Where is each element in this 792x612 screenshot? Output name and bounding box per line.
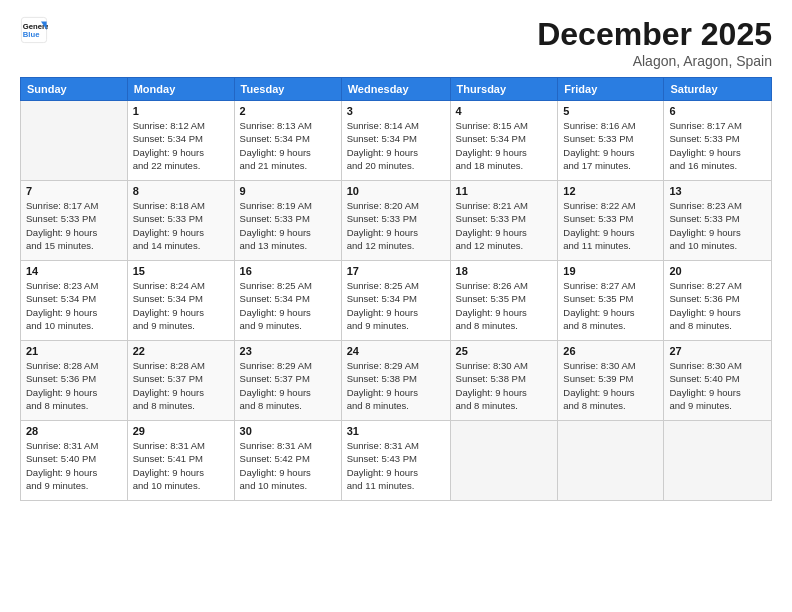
calendar-cell: 26Sunrise: 8:30 AM Sunset: 5:39 PM Dayli…	[558, 341, 664, 421]
calendar-cell: 3Sunrise: 8:14 AM Sunset: 5:34 PM Daylig…	[341, 101, 450, 181]
calendar-week: 14Sunrise: 8:23 AM Sunset: 5:34 PM Dayli…	[21, 261, 772, 341]
svg-text:Blue: Blue	[23, 30, 40, 39]
calendar-cell: 14Sunrise: 8:23 AM Sunset: 5:34 PM Dayli…	[21, 261, 128, 341]
day-info: Sunrise: 8:30 AM Sunset: 5:39 PM Dayligh…	[563, 359, 658, 412]
calendar-cell: 30Sunrise: 8:31 AM Sunset: 5:42 PM Dayli…	[234, 421, 341, 501]
day-number: 1	[133, 105, 229, 117]
calendar-cell: 23Sunrise: 8:29 AM Sunset: 5:37 PM Dayli…	[234, 341, 341, 421]
day-number: 20	[669, 265, 766, 277]
day-number: 30	[240, 425, 336, 437]
day-info: Sunrise: 8:26 AM Sunset: 5:35 PM Dayligh…	[456, 279, 553, 332]
day-info: Sunrise: 8:20 AM Sunset: 5:33 PM Dayligh…	[347, 199, 445, 252]
calendar: SundayMondayTuesdayWednesdayThursdayFrid…	[20, 77, 772, 501]
calendar-cell: 21Sunrise: 8:28 AM Sunset: 5:36 PM Dayli…	[21, 341, 128, 421]
month-title: December 2025	[537, 16, 772, 53]
day-number: 6	[669, 105, 766, 117]
day-info: Sunrise: 8:25 AM Sunset: 5:34 PM Dayligh…	[347, 279, 445, 332]
day-header: Sunday	[21, 78, 128, 101]
day-number: 29	[133, 425, 229, 437]
day-number: 22	[133, 345, 229, 357]
calendar-cell: 1Sunrise: 8:12 AM Sunset: 5:34 PM Daylig…	[127, 101, 234, 181]
day-number: 19	[563, 265, 658, 277]
day-header: Saturday	[664, 78, 772, 101]
calendar-cell: 24Sunrise: 8:29 AM Sunset: 5:38 PM Dayli…	[341, 341, 450, 421]
calendar-week: 1Sunrise: 8:12 AM Sunset: 5:34 PM Daylig…	[21, 101, 772, 181]
day-number: 24	[347, 345, 445, 357]
calendar-cell: 9Sunrise: 8:19 AM Sunset: 5:33 PM Daylig…	[234, 181, 341, 261]
day-info: Sunrise: 8:29 AM Sunset: 5:37 PM Dayligh…	[240, 359, 336, 412]
calendar-cell: 5Sunrise: 8:16 AM Sunset: 5:33 PM Daylig…	[558, 101, 664, 181]
calendar-cell: 20Sunrise: 8:27 AM Sunset: 5:36 PM Dayli…	[664, 261, 772, 341]
day-info: Sunrise: 8:15 AM Sunset: 5:34 PM Dayligh…	[456, 119, 553, 172]
day-info: Sunrise: 8:14 AM Sunset: 5:34 PM Dayligh…	[347, 119, 445, 172]
calendar-cell	[21, 101, 128, 181]
day-number: 3	[347, 105, 445, 117]
day-header: Tuesday	[234, 78, 341, 101]
day-number: 14	[26, 265, 122, 277]
calendar-cell: 29Sunrise: 8:31 AM Sunset: 5:41 PM Dayli…	[127, 421, 234, 501]
calendar-cell: 10Sunrise: 8:20 AM Sunset: 5:33 PM Dayli…	[341, 181, 450, 261]
calendar-cell: 8Sunrise: 8:18 AM Sunset: 5:33 PM Daylig…	[127, 181, 234, 261]
day-info: Sunrise: 8:19 AM Sunset: 5:33 PM Dayligh…	[240, 199, 336, 252]
calendar-cell: 6Sunrise: 8:17 AM Sunset: 5:33 PM Daylig…	[664, 101, 772, 181]
day-number: 21	[26, 345, 122, 357]
calendar-cell: 7Sunrise: 8:17 AM Sunset: 5:33 PM Daylig…	[21, 181, 128, 261]
calendar-cell: 12Sunrise: 8:22 AM Sunset: 5:33 PM Dayli…	[558, 181, 664, 261]
calendar-cell: 19Sunrise: 8:27 AM Sunset: 5:35 PM Dayli…	[558, 261, 664, 341]
day-number: 10	[347, 185, 445, 197]
day-number: 11	[456, 185, 553, 197]
day-number: 23	[240, 345, 336, 357]
day-info: Sunrise: 8:31 AM Sunset: 5:41 PM Dayligh…	[133, 439, 229, 492]
day-number: 27	[669, 345, 766, 357]
calendar-cell	[664, 421, 772, 501]
calendar-cell: 28Sunrise: 8:31 AM Sunset: 5:40 PM Dayli…	[21, 421, 128, 501]
calendar-cell	[558, 421, 664, 501]
day-number: 13	[669, 185, 766, 197]
day-info: Sunrise: 8:25 AM Sunset: 5:34 PM Dayligh…	[240, 279, 336, 332]
calendar-cell: 22Sunrise: 8:28 AM Sunset: 5:37 PM Dayli…	[127, 341, 234, 421]
day-info: Sunrise: 8:30 AM Sunset: 5:38 PM Dayligh…	[456, 359, 553, 412]
header: General Blue December 2025 Alagon, Arago…	[20, 16, 772, 69]
day-info: Sunrise: 8:30 AM Sunset: 5:40 PM Dayligh…	[669, 359, 766, 412]
calendar-cell	[450, 421, 558, 501]
calendar-cell: 13Sunrise: 8:23 AM Sunset: 5:33 PM Dayli…	[664, 181, 772, 261]
calendar-cell: 4Sunrise: 8:15 AM Sunset: 5:34 PM Daylig…	[450, 101, 558, 181]
day-number: 25	[456, 345, 553, 357]
day-number: 15	[133, 265, 229, 277]
day-info: Sunrise: 8:31 AM Sunset: 5:43 PM Dayligh…	[347, 439, 445, 492]
day-header: Wednesday	[341, 78, 450, 101]
subtitle: Alagon, Aragon, Spain	[537, 53, 772, 69]
day-number: 18	[456, 265, 553, 277]
day-info: Sunrise: 8:23 AM Sunset: 5:34 PM Dayligh…	[26, 279, 122, 332]
day-info: Sunrise: 8:29 AM Sunset: 5:38 PM Dayligh…	[347, 359, 445, 412]
calendar-week: 21Sunrise: 8:28 AM Sunset: 5:36 PM Dayli…	[21, 341, 772, 421]
calendar-cell: 31Sunrise: 8:31 AM Sunset: 5:43 PM Dayli…	[341, 421, 450, 501]
day-info: Sunrise: 8:27 AM Sunset: 5:35 PM Dayligh…	[563, 279, 658, 332]
day-number: 5	[563, 105, 658, 117]
calendar-cell: 15Sunrise: 8:24 AM Sunset: 5:34 PM Dayli…	[127, 261, 234, 341]
header-row: SundayMondayTuesdayWednesdayThursdayFrid…	[21, 78, 772, 101]
day-info: Sunrise: 8:17 AM Sunset: 5:33 PM Dayligh…	[669, 119, 766, 172]
day-number: 16	[240, 265, 336, 277]
title-block: December 2025 Alagon, Aragon, Spain	[537, 16, 772, 69]
calendar-cell: 16Sunrise: 8:25 AM Sunset: 5:34 PM Dayli…	[234, 261, 341, 341]
day-info: Sunrise: 8:18 AM Sunset: 5:33 PM Dayligh…	[133, 199, 229, 252]
day-info: Sunrise: 8:16 AM Sunset: 5:33 PM Dayligh…	[563, 119, 658, 172]
day-info: Sunrise: 8:22 AM Sunset: 5:33 PM Dayligh…	[563, 199, 658, 252]
day-number: 12	[563, 185, 658, 197]
calendar-cell: 25Sunrise: 8:30 AM Sunset: 5:38 PM Dayli…	[450, 341, 558, 421]
day-info: Sunrise: 8:27 AM Sunset: 5:36 PM Dayligh…	[669, 279, 766, 332]
calendar-cell: 11Sunrise: 8:21 AM Sunset: 5:33 PM Dayli…	[450, 181, 558, 261]
day-number: 4	[456, 105, 553, 117]
logo-icon: General Blue	[20, 16, 48, 44]
day-number: 26	[563, 345, 658, 357]
day-info: Sunrise: 8:31 AM Sunset: 5:42 PM Dayligh…	[240, 439, 336, 492]
logo: General Blue	[20, 16, 48, 44]
day-info: Sunrise: 8:17 AM Sunset: 5:33 PM Dayligh…	[26, 199, 122, 252]
calendar-week: 28Sunrise: 8:31 AM Sunset: 5:40 PM Dayli…	[21, 421, 772, 501]
day-number: 9	[240, 185, 336, 197]
calendar-week: 7Sunrise: 8:17 AM Sunset: 5:33 PM Daylig…	[21, 181, 772, 261]
day-info: Sunrise: 8:31 AM Sunset: 5:40 PM Dayligh…	[26, 439, 122, 492]
day-info: Sunrise: 8:13 AM Sunset: 5:34 PM Dayligh…	[240, 119, 336, 172]
day-number: 7	[26, 185, 122, 197]
